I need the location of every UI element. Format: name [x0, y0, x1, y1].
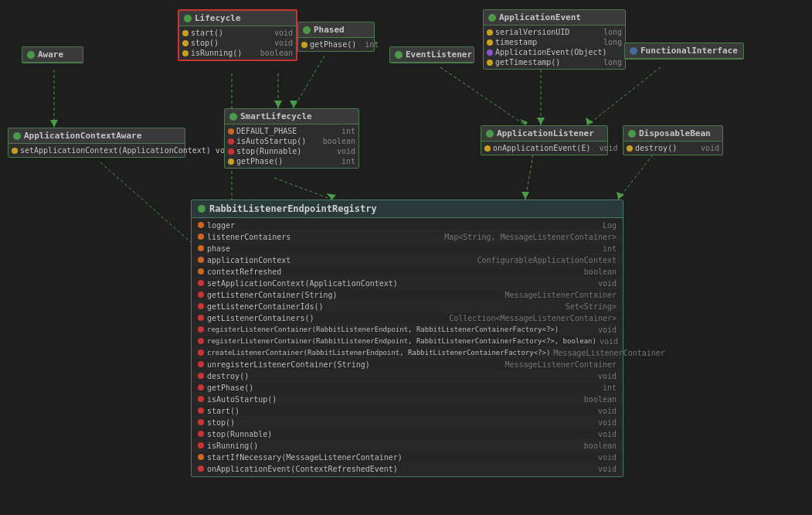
svg-line-11 — [525, 155, 533, 200]
ae-row1-name: serialVersionUID — [495, 28, 569, 36]
main-row-isrunning: isRunning() boolean — [192, 440, 623, 452]
main-row-isauto: isAutoStartup() boolean — [192, 394, 623, 405]
svg-line-13 — [618, 155, 653, 200]
eventlistener-icon — [395, 51, 403, 59]
mr-startif-type: void — [598, 453, 617, 462]
sl-row3-name: stop(Runnable) — [236, 147, 301, 155]
mr-onappevent-name: onApplicationEvent(ContextRefreshedEvent… — [207, 465, 398, 473]
applicationevent-icon — [488, 14, 496, 22]
phased-body: getPhase() int — [298, 38, 374, 51]
mr-logger-name: logger — [207, 221, 362, 230]
mr-appcontext-icon — [198, 257, 204, 263]
main-row-start: start() void — [192, 405, 623, 417]
mr-onappevent-type: void — [598, 465, 617, 473]
applicationcontextaware-box: ApplicationContextAware setApplicationCo… — [8, 128, 185, 158]
aware-icon — [27, 51, 35, 59]
main-row-destroy: destroy() void — [192, 370, 623, 382]
ae-row3-name: ApplicationEvent(Object) — [495, 48, 607, 56]
mr-destroy-type: void — [598, 372, 617, 380]
sl-row3-icon — [228, 148, 234, 155]
functionalinterface-box: FunctionalInterface — [624, 43, 744, 60]
ae-row2-icon — [487, 39, 493, 46]
sl-row-2: isAutoStartup() boolean — [225, 136, 358, 146]
mr-contextrefreshed-icon — [198, 268, 204, 275]
mr-getphase-name: getPhase() — [207, 384, 362, 392]
db-row1-icon — [627, 145, 633, 152]
smartlifecycle-body: DEFAULT_PHASE int isAutoStartup() boolea… — [225, 124, 358, 168]
main-row-stop: stop() void — [192, 417, 623, 428]
mr-stop-type: void — [598, 418, 617, 427]
svg-marker-18 — [537, 118, 545, 125]
lifecycle-row2-icon — [182, 40, 189, 46]
mr-containers-type: Map<String, MessageListenerContainer> — [444, 233, 617, 241]
diagram-canvas: Aware Lifecycle start() void stop() void… — [0, 0, 812, 515]
al-row1-name: onApplicationEvent(E) — [493, 144, 590, 152]
disposablebean-body: destroy() void — [623, 142, 722, 155]
mr-reg2-icon — [198, 338, 204, 344]
smartlifecycle-title: SmartLifecycle — [240, 111, 312, 121]
applicationevent-body: serialVersionUID long timestamp long App… — [484, 26, 625, 69]
svg-line-19 — [587, 67, 661, 125]
disposablebean-icon — [628, 130, 636, 138]
ae-row2-name: timestamp — [495, 38, 537, 46]
svg-line-15 — [440, 67, 525, 125]
mr-logger-icon — [198, 222, 204, 228]
functionalinterface-title: FunctionalInterface — [640, 46, 738, 56]
eventlistener-box: EventListener — [389, 46, 474, 63]
sl-row1-icon — [228, 128, 234, 135]
lifecycle-body: start() void stop() void isRunning() boo… — [179, 26, 296, 60]
mr-glc-name: getListenerContainer(String) — [207, 291, 362, 299]
mr-create-icon — [198, 350, 204, 356]
main-row-stoprunnable: stop(Runnable) void — [192, 428, 623, 440]
aca-row-1: setApplicationContext(ApplicationContext… — [8, 145, 185, 155]
applicationevent-header: ApplicationEvent — [484, 10, 625, 26]
sl-row-3: stop(Runnable) void — [225, 146, 358, 156]
smartlifecycle-icon — [229, 113, 237, 121]
eventlistener-header: EventListener — [390, 47, 474, 63]
lifecycle-row3-icon — [182, 50, 189, 56]
applicationcontextaware-header: ApplicationContextAware — [8, 128, 185, 144]
mr-isrunning-type: boolean — [584, 442, 617, 450]
mr-phase-name: phase — [207, 244, 362, 253]
ae-row4-type: long — [597, 58, 622, 67]
applicationlistener-body: onApplicationEvent(E) void — [481, 142, 607, 155]
mr-create-type: MessageListenerContainer — [553, 349, 665, 357]
mr-gcids-icon — [198, 303, 204, 309]
lifecycle-header: Lifecycle — [179, 11, 296, 26]
mr-gcs-icon — [198, 315, 204, 321]
sl-row2-name: isAutoStartup() — [236, 137, 306, 145]
svg-marker-8 — [326, 193, 336, 200]
svg-marker-5 — [50, 120, 58, 128]
phased-icon — [303, 26, 311, 34]
mr-stoprun-name: stop(Runnable) — [207, 430, 362, 438]
mr-setappcontext-icon — [198, 280, 204, 286]
mr-appcontext-type: ConfigurableApplicationContext — [477, 256, 617, 264]
main-row-create: createListenerContainer(RabbitListenerEn… — [192, 347, 623, 359]
mr-stoprun-type: void — [598, 430, 617, 438]
mr-contextrefreshed-name: contextRefreshed — [207, 268, 362, 276]
mr-setappcontext-type: void — [598, 279, 617, 288]
main-body: logger Log listenerContainers Map<String… — [192, 218, 623, 476]
applicationlistener-icon — [486, 130, 494, 138]
smartlifecycle-box: SmartLifecycle DEFAULT_PHASE int isAutoS… — [224, 108, 359, 169]
svg-marker-20 — [586, 118, 593, 125]
applicationevent-row-2: timestamp long — [484, 37, 625, 47]
sl-row4-type: int — [335, 157, 355, 165]
applicationevent-row-3: ApplicationEvent(Object) — [484, 47, 625, 57]
sl-row3-type: void — [331, 147, 355, 155]
al-row1-icon — [484, 145, 491, 152]
mr-startif-icon — [198, 454, 204, 460]
db-row1-type: void — [695, 144, 719, 152]
applicationlistener-header: ApplicationListener — [481, 126, 607, 142]
lifecycle-row2-name: stop() — [191, 39, 219, 47]
lifecycle-row2-type: void — [268, 39, 293, 47]
lifecycle-row-1: start() void — [179, 28, 296, 38]
main-header-icon — [198, 205, 206, 213]
lifecycle-row-2: stop() void — [179, 38, 296, 48]
sl-row1-type: int — [335, 127, 355, 135]
phased-title: Phased — [314, 25, 345, 35]
db-row1-name: destroy() — [635, 144, 677, 152]
mr-destroy-icon — [198, 373, 204, 379]
svg-marker-1 — [274, 101, 282, 108]
sl-row1-name: DEFAULT_PHASE — [236, 127, 297, 135]
